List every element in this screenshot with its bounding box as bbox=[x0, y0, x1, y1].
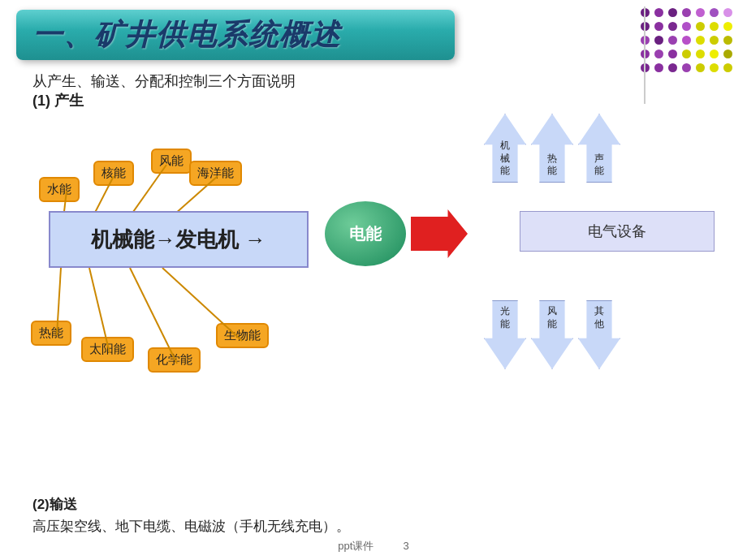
dot bbox=[696, 36, 705, 45]
arrow-jixieneng: 机械能 bbox=[484, 114, 526, 183]
dot bbox=[723, 22, 732, 31]
dot bbox=[668, 50, 677, 58]
energy-nuclear: 核能 bbox=[93, 161, 134, 186]
dot bbox=[682, 8, 691, 17]
page-title: 一、矿井供电系统概述 bbox=[32, 15, 341, 55]
bottom-arrows-group: 光能 风能 其他 bbox=[484, 300, 620, 369]
title-bar: 一、矿井供电系统概述 bbox=[16, 10, 455, 60]
energy-ocean: 海洋能 bbox=[189, 161, 242, 186]
energy-water: 水能 bbox=[39, 177, 80, 202]
dot bbox=[668, 8, 677, 17]
dot bbox=[668, 22, 677, 31]
dot bbox=[710, 63, 719, 72]
center-generator-box: 机械能→发电机 → bbox=[49, 211, 309, 268]
dot bbox=[696, 8, 705, 17]
arrow-up-shape-3: 声能 bbox=[578, 114, 620, 183]
arrow-down-shape-2: 风能 bbox=[531, 300, 573, 369]
dot bbox=[710, 22, 719, 31]
dot-grid bbox=[641, 8, 735, 75]
subtitle-text: 从产生、输送、分配和控制三个方面说明 (1) 产生 bbox=[32, 71, 296, 110]
arrow-up-shape-1: 机械能 bbox=[484, 114, 526, 183]
dot bbox=[682, 63, 691, 72]
dot bbox=[654, 36, 663, 45]
arrow-down-shape-1: 光能 bbox=[484, 300, 526, 369]
electric-energy-oval: 电能 bbox=[325, 201, 406, 266]
energy-chemical: 化学能 bbox=[148, 347, 201, 373]
bottom-section: (2)输送 高压架空线、地下电缆、电磁波（手机无线充电）。 bbox=[32, 495, 350, 536]
diagram-area: 水能 核能 风能 海洋能 热能 太阳能 化学能 生物能 机械能→发电机 → 电能… bbox=[16, 106, 715, 454]
dot bbox=[723, 50, 732, 58]
separator-line bbox=[644, 6, 646, 104]
dot bbox=[682, 50, 691, 58]
arrow-reneng: 热能 bbox=[531, 114, 573, 183]
dot bbox=[710, 36, 719, 45]
dot bbox=[654, 22, 663, 31]
arrow-fengneng: 风能 bbox=[531, 300, 573, 369]
energy-heat: 热能 bbox=[31, 321, 71, 346]
dot bbox=[654, 63, 663, 72]
dot bbox=[696, 63, 705, 72]
dot bbox=[710, 8, 719, 17]
dot bbox=[696, 22, 705, 31]
dot bbox=[654, 8, 663, 17]
dot bbox=[682, 36, 691, 45]
dot bbox=[668, 36, 677, 45]
energy-bio: 生物能 bbox=[216, 323, 269, 348]
dot bbox=[654, 50, 663, 58]
section2-text: 高压架空线、地下电缆、电磁波（手机无线充电）。 bbox=[32, 517, 350, 536]
dot bbox=[682, 22, 691, 31]
electric-equipment-box: 电气设备 bbox=[520, 211, 715, 252]
dot bbox=[710, 50, 719, 58]
arrow-down-shape-3: 其他 bbox=[578, 300, 620, 369]
top-arrows-group: 机械能 热能 声能 bbox=[484, 114, 620, 183]
page-footer: ppt课件 3 bbox=[338, 539, 408, 554]
red-arrow bbox=[411, 209, 468, 258]
dot bbox=[723, 8, 732, 17]
energy-wind: 风能 bbox=[151, 149, 192, 174]
dot bbox=[668, 63, 677, 72]
arrow-shengneng: 声能 bbox=[578, 114, 620, 183]
dot bbox=[723, 36, 732, 45]
section2-label: (2)输送 bbox=[32, 495, 350, 514]
arrow-guangneng: 光能 bbox=[484, 300, 526, 369]
arrow-up-shape-2: 热能 bbox=[531, 114, 573, 183]
energy-solar: 太阳能 bbox=[81, 337, 134, 362]
arrow-qita: 其他 bbox=[578, 300, 620, 369]
dot bbox=[723, 63, 732, 72]
dot bbox=[696, 50, 705, 58]
